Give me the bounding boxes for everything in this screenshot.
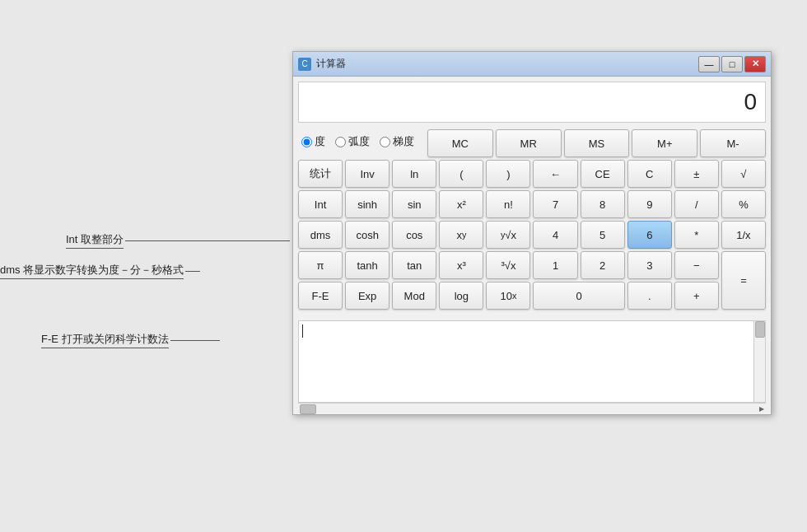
btn-inv[interactable]: Inv bbox=[345, 160, 390, 188]
btn-mod[interactable]: Mod bbox=[392, 282, 436, 310]
angle-radio-group: 度 弧度 梯度 bbox=[298, 133, 424, 151]
dms-annotation: dms 将显示数字转换为度－分－秒格式 bbox=[0, 263, 200, 279]
title-bar: C 计算器 — □ ✕ bbox=[293, 52, 771, 77]
btn-minus[interactable]: − bbox=[674, 251, 719, 279]
btn-mr[interactable]: MR bbox=[496, 129, 562, 157]
maximize-button[interactable]: □ bbox=[721, 56, 743, 72]
minimize-button[interactable]: — bbox=[698, 56, 720, 72]
btn-mplus[interactable]: M+ bbox=[632, 129, 697, 157]
radio-gradian[interactable]: 梯度 bbox=[380, 134, 414, 149]
radio-radian[interactable]: 弧度 bbox=[335, 134, 370, 149]
btn-3[interactable]: 3 bbox=[627, 251, 672, 279]
btn-5[interactable]: 5 bbox=[581, 221, 625, 249]
memory-buttons: MC MR MS M+ M- bbox=[427, 129, 766, 157]
btn-xpowy[interactable]: xy bbox=[439, 221, 483, 249]
btn-4[interactable]: 4 bbox=[533, 221, 577, 249]
btn-ln[interactable]: ln bbox=[392, 160, 436, 188]
row-3: dms cosh cos xy y√x 4 5 6 * 1/x bbox=[298, 221, 766, 249]
btn-xsq[interactable]: x² bbox=[439, 190, 483, 218]
int-annotation-line bbox=[125, 240, 290, 241]
scrollbar-thumb-v[interactable] bbox=[755, 321, 765, 338]
int-annotation-text: Int 取整部分 bbox=[66, 232, 124, 249]
gradian-label[interactable]: 梯度 bbox=[393, 134, 414, 149]
btn-log[interactable]: log bbox=[439, 282, 483, 310]
btn-6[interactable]: 6 bbox=[627, 221, 672, 249]
btn-percent[interactable]: % bbox=[721, 190, 766, 218]
btn-exp[interactable]: Exp bbox=[345, 282, 390, 310]
text-cursor bbox=[302, 324, 303, 338]
btn-0[interactable]: 0 bbox=[533, 282, 624, 310]
window-controls: — □ ✕ bbox=[698, 56, 766, 72]
btn-sin[interactable]: sin bbox=[392, 190, 436, 218]
btn-equals[interactable]: = bbox=[721, 251, 766, 310]
degree-label[interactable]: 度 bbox=[315, 134, 325, 149]
row-1: 统计 Inv ln ( ) ← CE C ± √ bbox=[298, 160, 766, 188]
btn-ce[interactable]: CE bbox=[581, 160, 625, 188]
display-value: 0 bbox=[744, 89, 757, 115]
scroll-right-arrow[interactable]: ▶ bbox=[759, 405, 764, 413]
btn-int[interactable]: Int bbox=[298, 190, 343, 218]
display: 0 bbox=[298, 82, 766, 123]
btn-cosh[interactable]: cosh bbox=[345, 221, 390, 249]
app-icon: C bbox=[298, 58, 311, 71]
btn-cuberoot[interactable]: ³√x bbox=[486, 251, 530, 279]
calculator-window: C 计算器 — □ ✕ 0 度 弧度 bbox=[292, 51, 772, 415]
dms-annotation-text: dms 将显示数字转换为度－分－秒格式 bbox=[0, 263, 184, 279]
btn-multiply[interactable]: * bbox=[674, 221, 719, 249]
fe-annotation: F-E 打开或关闭科学计数法 bbox=[41, 332, 220, 348]
btn-xcube[interactable]: x³ bbox=[439, 251, 483, 279]
row-45: π tanh tan x³ ³√x 1 2 3 − = F-E Exp Mod … bbox=[298, 251, 766, 310]
history-area[interactable] bbox=[298, 320, 766, 403]
btn-tan[interactable]: tan bbox=[392, 251, 436, 279]
close-button[interactable]: ✕ bbox=[744, 56, 766, 72]
dms-annotation-line bbox=[185, 271, 200, 272]
calc-body: 度 弧度 梯度 MC MR MS M+ M- bbox=[293, 126, 771, 317]
radio-degree[interactable]: 度 bbox=[301, 134, 325, 149]
btn-dot[interactable]: . bbox=[627, 282, 672, 310]
btn-yroot[interactable]: y√x bbox=[486, 221, 530, 249]
btn-8[interactable]: 8 bbox=[581, 190, 625, 218]
fe-annotation-line bbox=[170, 340, 220, 341]
btn-reciprocal[interactable]: 1/x bbox=[721, 221, 766, 249]
btn-plusminus[interactable]: ± bbox=[674, 160, 719, 188]
history-container: ▶ bbox=[293, 320, 771, 414]
btn-2[interactable]: 2 bbox=[581, 251, 625, 279]
btn-dms[interactable]: dms bbox=[298, 221, 343, 249]
btn-fe[interactable]: F-E bbox=[298, 282, 343, 310]
btn-backspace[interactable]: ← bbox=[533, 160, 577, 188]
btn-7[interactable]: 7 bbox=[533, 190, 577, 218]
btn-mminus[interactable]: M- bbox=[700, 129, 766, 157]
radian-label[interactable]: 弧度 bbox=[348, 134, 370, 149]
btn-open-paren[interactable]: ( bbox=[439, 160, 483, 188]
btn-ms[interactable]: MS bbox=[564, 129, 630, 157]
btn-sinh[interactable]: sinh bbox=[345, 190, 390, 218]
btn-fact[interactable]: n! bbox=[486, 190, 530, 218]
fe-annotation-text: F-E 打开或关闭科学计数法 bbox=[41, 332, 169, 348]
btn-sqrt[interactable]: √ bbox=[721, 160, 766, 188]
btn-cos[interactable]: cos bbox=[392, 221, 436, 249]
top-row: 度 弧度 梯度 MC MR MS M+ M- bbox=[298, 129, 766, 157]
btn-tanh[interactable]: tanh bbox=[345, 251, 390, 279]
horizontal-scrollbar[interactable]: ▶ bbox=[298, 403, 766, 414]
scrollbar-thumb-h[interactable] bbox=[300, 404, 316, 414]
btn-close-paren[interactable]: ) bbox=[486, 160, 530, 188]
window-title: 计算器 bbox=[316, 57, 698, 71]
btn-divide[interactable]: / bbox=[674, 190, 719, 218]
btn-10x[interactable]: 10x bbox=[486, 282, 530, 310]
btn-c[interactable]: C bbox=[627, 160, 672, 188]
row-2: Int sinh sin x² n! 7 8 9 / % bbox=[298, 190, 766, 218]
btn-plus[interactable]: + bbox=[674, 282, 719, 310]
vertical-scrollbar[interactable] bbox=[753, 321, 765, 402]
btn-pi[interactable]: π bbox=[298, 251, 343, 279]
btn-stats[interactable]: 统计 bbox=[298, 160, 343, 188]
btn-1[interactable]: 1 bbox=[533, 251, 577, 279]
btn-9[interactable]: 9 bbox=[627, 190, 672, 218]
int-annotation: Int 取整部分 bbox=[66, 232, 290, 249]
btn-mc[interactable]: MC bbox=[427, 129, 493, 157]
